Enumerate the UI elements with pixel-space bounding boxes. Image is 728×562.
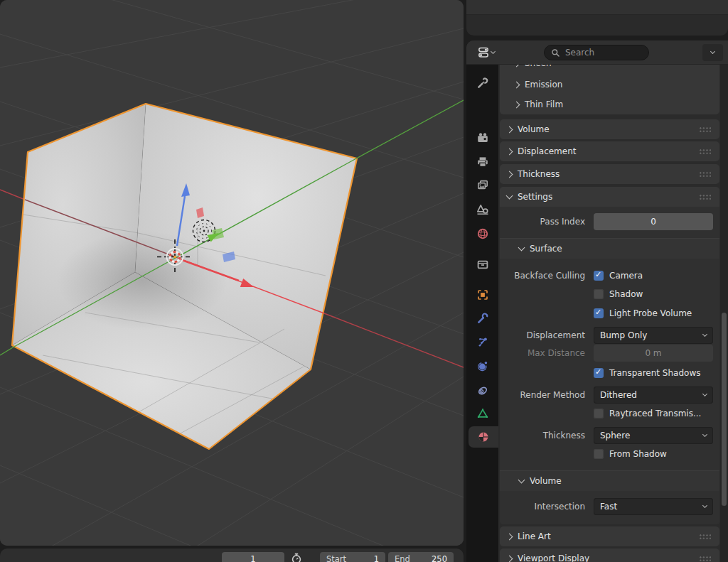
panel-volume[interactable]: Volume [500,119,719,139]
light-probe-volume-checkbox-label: Light Probe Volume [609,308,692,318]
scrollbar-track[interactable] [720,65,728,562]
panel-drag-dots[interactable] [699,194,711,200]
tab-particles[interactable] [466,332,498,353]
subpanel-volume-header[interactable]: Volume [500,471,719,491]
panel-label: Thin Film [525,99,563,109]
raytraced-transmission-checkbox[interactable] [594,409,604,418]
transparent-shadows-checkbox[interactable] [594,368,604,378]
tab-material[interactable] [469,426,498,448]
chevron-right-icon [506,126,513,133]
tab-object[interactable] [466,284,498,306]
panel-label: Sheen [525,65,552,68]
blender-window: 1 Start 1 End 250 [0,0,728,562]
frame-end-field[interactable]: End 250 [388,552,454,562]
tab-modifiers[interactable] [466,308,498,329]
properties-tab-bar [466,65,498,562]
search-placeholder: Search [565,48,594,58]
render-icon [476,131,489,144]
chevron-right-icon [513,101,520,108]
panel-thin-film[interactable]: Thin Film [500,94,719,114]
scene-icon [476,203,489,216]
chevron-down-icon [506,193,513,200]
chevron-down-icon [518,477,525,484]
camera-checkbox-label: Camera [609,271,643,281]
chevron-right-icon [506,148,513,155]
constraints-icon [476,384,489,396]
physics-icon [476,360,489,372]
tab-scene[interactable] [466,199,498,220]
collection-icon [476,258,489,271]
search-icon [551,48,560,58]
from-shadow-checkbox-label: From Shadow [609,449,667,459]
tab-physics[interactable] [466,355,498,377]
tab-tool[interactable] [466,72,498,94]
outliner-editor [466,0,728,36]
thickness-dropdown[interactable]: Sphere [594,427,713,444]
panel-settings-header[interactable]: Settings [500,187,719,207]
subpanel-label: Surface [530,244,562,254]
thickness-label: Thickness [500,431,585,441]
object-icon [476,288,489,301]
panel-drag-dots[interactable] [699,126,711,132]
chevron-down-icon [702,331,707,336]
chevron-right-icon [513,81,520,88]
panel-emission[interactable]: Emission [500,75,719,94]
frame-start-field[interactable]: Start 1 [320,552,385,562]
panel-settings: Settings Pass Index 0 Surface [500,187,719,524]
chevron-down-icon [702,503,707,508]
stopwatch-icon[interactable] [290,552,303,562]
max-distance-field[interactable]: 0 m [594,345,713,362]
panel-sheen[interactable]: Sheen [500,65,719,73]
header-options-button[interactable] [702,44,723,61]
intersection-label: Intersection [500,502,585,512]
current-frame-field[interactable]: 1 [222,552,284,562]
output-icon [476,156,489,168]
light-probe-volume-checkbox[interactable] [594,308,604,318]
panel-drag-dots[interactable] [699,171,711,177]
timeline-editor[interactable]: 1 Start 1 End 250 [0,549,464,562]
tab-render[interactable] [466,127,498,148]
shadow-checkbox[interactable] [594,289,604,299]
pass-index-field[interactable]: 0 [594,213,713,230]
tool-icon [476,77,489,90]
displacement-dropdown[interactable]: Bump Only [594,327,713,344]
view-layer-icon [476,179,489,192]
panel-displacement[interactable]: Displacement [500,141,719,161]
chevron-down-icon [710,49,715,54]
panel-drag-dots[interactable] [699,534,711,539]
material-icon [477,431,490,443]
subpanel-surface-header[interactable]: Surface [500,239,719,259]
panel-line-art[interactable]: Line Art [500,526,719,546]
panel-drag-dots[interactable] [699,556,711,561]
panel-thickness[interactable]: Thickness [500,164,719,184]
panel-label: Settings [518,192,552,202]
panel-label: Line Art [518,531,551,541]
3d-viewport[interactable] [0,0,464,546]
tab-collection[interactable] [466,254,498,275]
render-method-dropdown[interactable]: Dithered [594,387,713,404]
properties-header: Search [466,40,728,65]
chevron-right-icon [513,65,520,67]
panel-label: Emission [525,80,562,90]
intersection-dropdown[interactable]: Fast [594,498,713,515]
camera-checkbox[interactable] [594,271,604,281]
tab-constraints[interactable] [466,379,498,401]
outliner-row [466,0,728,15]
scrollbar-thumb[interactable] [722,313,727,506]
transparent-shadows-checkbox-label: Transparent Shadows [609,368,700,378]
tab-world[interactable] [466,223,498,244]
tab-output[interactable] [466,151,498,173]
chevron-right-icon [506,555,513,562]
raytraced-transmission-checkbox-label: Raytraced Transmis... [609,409,701,418]
panel-viewport-display[interactable]: Viewport Display [500,549,719,562]
tab-view-layer[interactable] [466,175,498,196]
properties-editor: Search [466,40,728,562]
panel-drag-dots[interactable] [699,148,711,154]
properties-editor-icon [478,47,490,58]
chevron-down-icon [702,431,707,436]
from-shadow-checkbox[interactable] [594,449,604,459]
tab-object-data[interactable] [466,403,498,424]
editor-type-button[interactable] [471,44,501,61]
search-input[interactable]: Search [544,45,649,60]
max-distance-label: Max Distance [500,348,585,358]
